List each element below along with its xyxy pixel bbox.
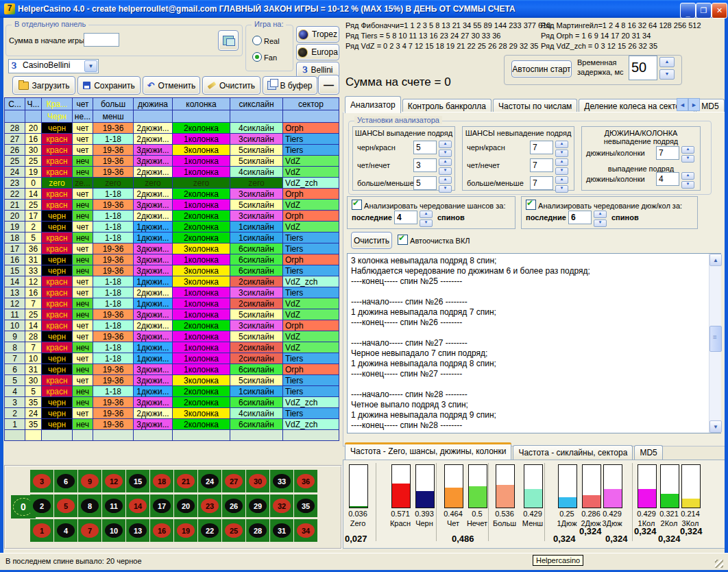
table-row[interactable]: 335черннеч19-363дюжи...2колонка6сиклайнV… bbox=[5, 397, 339, 408]
tab-analyzer-2[interactable]: Частоты по числам bbox=[493, 99, 577, 113]
column-header[interactable] bbox=[134, 110, 173, 123]
table-row[interactable]: 1014краснчет1-182дюжи...2колонка3сиклайн… bbox=[5, 320, 339, 331]
roulette-number-cell[interactable]: 33 bbox=[270, 470, 293, 492]
roulette-number-cell[interactable]: 29 bbox=[246, 494, 269, 517]
noappear-spinner-2[interactable]: 7▲▼ bbox=[530, 176, 568, 193]
spin-down-icon[interactable]: ▼ bbox=[681, 181, 694, 189]
start-sum-input[interactable] bbox=[84, 33, 119, 47]
roulette-number-cell[interactable]: 1 bbox=[30, 519, 53, 542]
column-header[interactable]: больш bbox=[93, 98, 134, 110]
spin-up-icon[interactable]: ▲ bbox=[659, 57, 675, 67]
spin-down-icon[interactable]: ▼ bbox=[420, 219, 433, 227]
spin-down-icon[interactable]: ▼ bbox=[681, 155, 694, 163]
spin-up-icon[interactable]: ▲ bbox=[681, 172, 694, 180]
save-button[interactable]: Сохранить bbox=[77, 76, 141, 95]
table-row[interactable]: 530краснчет19-363дюжи...3колонка5сиклайн… bbox=[5, 375, 339, 386]
table-row[interactable]: 192чернчет1-181дюжи...2колонка1сиклайнVd… bbox=[5, 222, 339, 233]
table-row[interactable]: 185красннеч1-181дюжи...2колонка1сиклайнT… bbox=[5, 233, 339, 243]
column-header[interactable]: колонка bbox=[173, 98, 230, 110]
roulette-number-cell[interactable]: 24 bbox=[198, 470, 221, 492]
roulette-number-cell[interactable]: 22 bbox=[198, 519, 221, 542]
roulette-number-cell[interactable]: 10 bbox=[102, 519, 125, 542]
casino-tropez-button[interactable]: Tropez bbox=[296, 26, 339, 43]
table-row[interactable]: 1412краснчет1-181дюжи...3колонка2сиклайн… bbox=[5, 276, 339, 287]
scrollbar-thumb[interactable] bbox=[709, 326, 722, 352]
table-row[interactable]: 2525красннеч19-363дюжи...1колонка5сиклай… bbox=[5, 156, 339, 167]
delay-value[interactable]: 50 bbox=[629, 56, 657, 80]
roulette-number-cell[interactable]: 6 bbox=[54, 470, 77, 492]
scroll-up-icon[interactable]: ▲ bbox=[709, 254, 722, 266]
tab-analyzer-0[interactable]: Анализатор bbox=[345, 96, 401, 113]
roulette-number-cell[interactable]: 28 bbox=[246, 519, 269, 542]
spin-down-icon[interactable]: ▼ bbox=[555, 167, 568, 175]
table-row[interactable]: 135черннеч19-363дюжи...2колонка6сиклайнV… bbox=[5, 419, 339, 430]
spin-down-icon[interactable]: ▼ bbox=[439, 167, 452, 175]
roulette-number-cell[interactable]: 13 bbox=[126, 519, 149, 542]
table-row[interactable]: 2125красннеч19-363дюжи...1колонка5сиклай… bbox=[5, 200, 339, 211]
spin-up-icon[interactable]: ▲ bbox=[555, 158, 568, 166]
roulette-number-cell[interactable]: 15 bbox=[126, 470, 149, 492]
tab-chart-1[interactable]: Частота - сиклайны, сектора bbox=[513, 445, 633, 460]
spin-up-icon[interactable]: ▲ bbox=[420, 211, 433, 218]
roulette-number-cell[interactable]: 25 bbox=[222, 519, 245, 542]
analyzer-log[interactable]: 3 колонка невыпадала подряд 8 спин; Набл… bbox=[347, 253, 721, 433]
roulette-number-cell[interactable]: 31 bbox=[270, 519, 293, 542]
tab-scroll-right-icon[interactable]: ► bbox=[688, 98, 700, 111]
roulette-number-cell[interactable]: 32 bbox=[270, 494, 293, 517]
table-row[interactable]: 230zeroze...zerozerozerozeroVdZ_zch bbox=[5, 178, 339, 189]
dozen-spinner-1[interactable]: 4▲▼ bbox=[656, 172, 694, 189]
table-row[interactable]: 928чернчет19-363дюжи...1колонка5сиклайнV… bbox=[5, 331, 339, 342]
table-row[interactable]: 1316краснчет1-182дюжи...1колонка3сиклайн… bbox=[5, 287, 339, 298]
roulette-number-cell[interactable]: 16 bbox=[150, 519, 173, 542]
table-row[interactable]: 224чернчет19-362дюжи...3колонка4сиклайнT… bbox=[5, 408, 339, 419]
roulette-number-cell[interactable]: 8 bbox=[78, 494, 101, 517]
spin-down-icon[interactable]: ▼ bbox=[439, 150, 452, 157]
alt-chance-spinner[interactable]: 4▲▼ bbox=[394, 211, 433, 227]
table-row[interactable]: 1125красннеч19-363дюжи...1колонка5сиклай… bbox=[5, 309, 339, 320]
radio-real[interactable]: Real bbox=[252, 36, 280, 45]
column-header[interactable] bbox=[5, 110, 25, 123]
chevron-down-icon[interactable]: ▼ bbox=[84, 60, 97, 72]
column-header[interactable]: сектор bbox=[283, 98, 339, 110]
table-row[interactable]: 87красннеч1-181дюжи...1колонка2сиклайнVd… bbox=[5, 342, 339, 353]
spin-up-icon[interactable]: ▲ bbox=[439, 176, 452, 184]
appear-spinner-2[interactable]: 5▲▼ bbox=[413, 176, 452, 193]
spin-up-icon[interactable]: ▲ bbox=[594, 211, 607, 218]
spin-down-icon[interactable]: ▼ bbox=[555, 185, 568, 193]
minimize-button[interactable]: _ bbox=[680, 3, 696, 19]
spin-down-icon[interactable]: ▼ bbox=[659, 69, 675, 80]
analyzer-clear-button[interactable]: Очистить bbox=[351, 232, 392, 249]
table-row[interactable]: 2716краснчет1-182дюжи...1колонка3сиклайн… bbox=[5, 134, 339, 145]
column-header[interactable] bbox=[25, 110, 42, 123]
alt-dozen-spinner[interactable]: 6▲▼ bbox=[568, 211, 607, 227]
maximize-button[interactable]: ❐ bbox=[696, 3, 712, 19]
table-row[interactable]: 45красннеч1-181дюжи...2колонка1сиклайнTi… bbox=[5, 386, 339, 397]
table-row[interactable]: 1631черннеч19-363дюжи...1колонка6сиклайн… bbox=[5, 254, 339, 265]
load-button[interactable]: Загрузить bbox=[12, 76, 75, 95]
table-row[interactable]: 1533черннеч19-363дюжи...3колонка6сиклайн… bbox=[5, 265, 339, 276]
roulette-number-cell[interactable]: 35 bbox=[294, 494, 317, 517]
column-header[interactable]: дюжина bbox=[134, 98, 173, 110]
resize-grip[interactable] bbox=[715, 560, 723, 568]
column-header[interactable]: менш bbox=[93, 110, 134, 123]
autoclean-checkbox[interactable]: ✔ Автоочистка ВКЛ bbox=[398, 235, 470, 245]
roulette-number-cell[interactable]: 2 bbox=[30, 494, 53, 517]
appear-spinner-1[interactable]: 3▲▼ bbox=[413, 158, 452, 175]
radio-fan[interactable]: Fan bbox=[252, 52, 277, 62]
tab-chart-2[interactable]: MD5 bbox=[634, 445, 662, 460]
roulette-number-cell[interactable]: 34 bbox=[294, 519, 317, 542]
column-header[interactable] bbox=[173, 110, 230, 123]
roulette-number-cell[interactable]: 11 bbox=[102, 494, 125, 517]
roulette-number-cell[interactable]: 14 bbox=[126, 494, 149, 517]
tab-chart-0[interactable]: Частота - Zero, шансы, дюжины, колонки bbox=[345, 442, 511, 460]
table-row[interactable]: 2630краснчет19-363дюжи...3колонка5сиклай… bbox=[5, 145, 339, 156]
table-row[interactable]: 2419красннеч19-362дюжи...1колонка4сиклай… bbox=[5, 167, 339, 178]
roulette-number-cell[interactable]: 27 bbox=[222, 470, 245, 492]
roulette-number-cell[interactable]: 20 bbox=[174, 494, 197, 517]
alt-chance-checkbox[interactable]: ✔ Анализировать чередование шансов за: bbox=[352, 200, 505, 210]
autospin-start-button[interactable]: Автоспин старт bbox=[511, 60, 572, 78]
roulette-number-cell[interactable]: 9 bbox=[78, 470, 101, 492]
roulette-number-cell[interactable]: 12 bbox=[102, 470, 125, 492]
column-header[interactable]: С... bbox=[5, 98, 25, 110]
table-row[interactable]: 2820чернчет19-362дюжи...2колонка4сиклайн… bbox=[5, 123, 339, 134]
